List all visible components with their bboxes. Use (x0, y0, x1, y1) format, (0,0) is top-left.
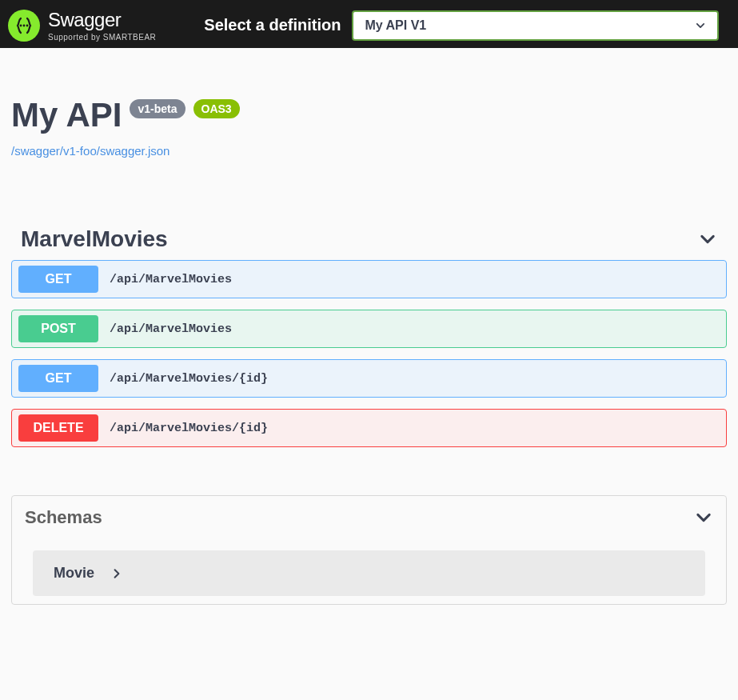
svg-point-1 (23, 24, 26, 26)
chevron-down-icon (695, 20, 706, 31)
main-content: My API v1-beta OAS3 /swagger/v1-foo/swag… (0, 48, 738, 621)
definition-select[interactable]: My API V1 (352, 10, 719, 41)
swagger-logo[interactable]: Swagger Supported by SMARTBEAR (8, 9, 156, 42)
brand-subtitle: Supported by SMARTBEAR (48, 33, 156, 42)
operation-path: /api/MarvelMovies (110, 273, 232, 286)
chevron-down-icon (698, 230, 717, 249)
schema-item[interactable]: Movie (33, 550, 705, 596)
operation-row[interactable]: DELETE /api/MarvelMovies/{id} (11, 409, 727, 447)
operation-path: /api/MarvelMovies (110, 322, 232, 336)
http-method-badge: POST (18, 315, 98, 342)
api-title: My API (11, 96, 122, 134)
chevron-right-icon (110, 567, 123, 580)
swagger-logo-icon (8, 10, 40, 42)
definition-select-label: Select a definition (204, 16, 341, 34)
oas-badge: OAS3 (193, 99, 240, 118)
http-method-badge: DELETE (18, 414, 98, 442)
schemas-title: Schemas (25, 507, 102, 528)
topbar: Swagger Supported by SMARTBEAR Select a … (0, 0, 738, 48)
svg-point-0 (20, 24, 22, 26)
brand-name: Swagger (48, 9, 156, 31)
schemas-header[interactable]: Schemas (12, 496, 726, 539)
tag-section: MarvelMovies GET /api/MarvelMovies POST … (11, 222, 727, 447)
spec-url-link[interactable]: /swagger/v1-foo/swagger.json (11, 144, 727, 158)
http-method-badge: GET (18, 365, 98, 392)
http-method-badge: GET (18, 266, 98, 293)
operation-path: /api/MarvelMovies/{id} (110, 372, 268, 386)
operation-row[interactable]: GET /api/MarvelMovies (11, 260, 727, 298)
tag-header[interactable]: MarvelMovies (11, 222, 727, 260)
chevron-down-icon (694, 508, 713, 527)
schema-name: Movie (54, 565, 94, 582)
schemas-section: Schemas Movie (11, 495, 727, 605)
operation-path: /api/MarvelMovies/{id} (110, 422, 268, 435)
svg-point-2 (26, 24, 29, 26)
tag-name: MarvelMovies (21, 226, 168, 252)
definition-select-value: My API V1 (365, 18, 426, 33)
api-title-row: My API v1-beta OAS3 (11, 96, 727, 134)
operation-row[interactable]: POST /api/MarvelMovies (11, 310, 727, 348)
operation-row[interactable]: GET /api/MarvelMovies/{id} (11, 359, 727, 398)
version-badge: v1-beta (130, 99, 185, 118)
